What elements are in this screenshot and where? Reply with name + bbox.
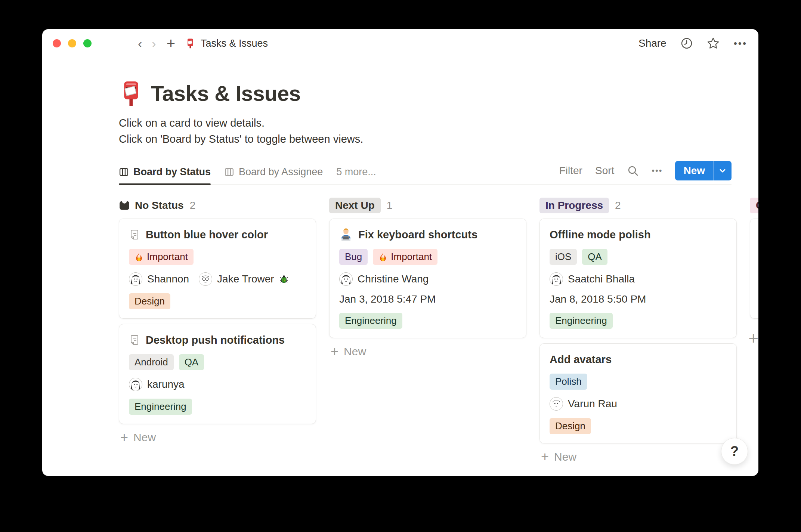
assignee-name: Varun Rau: [568, 398, 617, 410]
card-title: Button blue hover color: [146, 229, 268, 241]
tab-board-by-status[interactable]: Board by Status: [119, 161, 211, 184]
page-description-line1: Click on a card to view details.: [119, 115, 758, 131]
search-icon[interactable]: [627, 165, 639, 177]
plus-icon: +: [120, 431, 128, 444]
column-no-status: No Status 2 Button blue hover color: [119, 197, 316, 444]
column-title[interactable]: No Status: [135, 200, 184, 211]
assignee: Christine Wang: [339, 272, 429, 286]
tag-polish: Polish: [550, 374, 587, 390]
card-date: Jan 8, 2018 5:50 PM: [550, 293, 727, 305]
assignee-name: Jake Trower: [217, 273, 274, 285]
card-add-avatars[interactable]: Add avatars Polish Varun Rau: [539, 343, 737, 443]
avatar: [129, 272, 142, 286]
add-group-button[interactable]: +: [748, 328, 758, 348]
column-clipped: C R P: [750, 197, 758, 319]
new-page-icon[interactable]: +: [167, 36, 175, 51]
tag-label: Bug: [345, 251, 362, 263]
help-button[interactable]: ?: [721, 438, 748, 465]
column-title-badge[interactable]: In Progress: [539, 198, 609, 213]
sort-button[interactable]: Sort: [595, 165, 614, 177]
tag-engineering: Engineering: [339, 313, 402, 329]
tag-label: Important: [147, 251, 188, 263]
share-button[interactable]: Share: [638, 37, 667, 49]
tag-design: Design: [129, 293, 170, 309]
card-title: Desktop push notifications: [146, 334, 285, 346]
document-icon: [129, 229, 140, 240]
new-card-button[interactable]: + New: [329, 345, 526, 358]
card-offline-mode-polish[interactable]: Offline mode polish iOS QA Saatchi Bhall…: [539, 219, 737, 338]
postbox-icon: [185, 38, 195, 49]
tag-label: Important: [391, 251, 432, 263]
avatar: [199, 272, 212, 286]
tag-label: Engineering: [134, 401, 186, 412]
tag-label: Engineering: [555, 315, 607, 327]
sidebar-menu-icon[interactable]: [113, 38, 124, 48]
forward-icon[interactable]: ›: [152, 37, 156, 50]
views-bar: Board by Status Board by Assignee 5 more…: [119, 161, 732, 185]
new-button-label[interactable]: New: [675, 161, 713, 180]
zoom-window-button[interactable]: [83, 39, 92, 47]
tag-important: Important: [129, 249, 194, 265]
tag-android: Android: [129, 354, 174, 370]
assignee: Shannon: [129, 272, 189, 286]
new-button[interactable]: New: [675, 161, 732, 180]
inbox-icon: [119, 200, 130, 211]
column-in-progress: In Progress 2 Offline mode polish iOS QA: [539, 197, 737, 464]
tag-engineering: Engineering: [550, 313, 613, 329]
avatar: [339, 272, 353, 286]
assignee-name: Shannon: [147, 273, 189, 285]
board-icon: [224, 167, 234, 177]
column-title-badge[interactable]: C: [750, 198, 758, 213]
plus-icon: +: [541, 450, 549, 464]
back-icon[interactable]: ‹: [138, 37, 142, 50]
tag-label: QA: [185, 356, 199, 368]
minimize-window-button[interactable]: [68, 39, 76, 47]
column-next-up: Next Up 1 Fix keyboard shortcuts Bug: [329, 197, 526, 358]
plus-icon: +: [331, 345, 338, 358]
view-options-icon[interactable]: •••: [652, 166, 662, 176]
breadcrumb[interactable]: Tasks & Issues: [201, 38, 268, 49]
chevron-down-icon[interactable]: [714, 161, 732, 180]
tag-label: Engineering: [345, 315, 397, 327]
traffic-lights: [53, 39, 92, 47]
kanban-board: No Status 2 Button blue hover color: [119, 185, 758, 464]
avatar: [550, 272, 563, 286]
page-description-line2: Click on 'Board by Status' to toggle bet…: [119, 131, 758, 147]
clock-icon[interactable]: [681, 37, 693, 49]
tag-label: QA: [588, 251, 602, 263]
tab-board-by-assignee[interactable]: Board by Assignee: [224, 161, 323, 184]
card-desktop-push-notifications[interactable]: Desktop push notifications Android QA ka…: [119, 324, 316, 424]
tab-label: Board by Status: [133, 166, 211, 178]
tag-label: Design: [134, 296, 165, 307]
card-button-blue-hover-color[interactable]: Button blue hover color Important: [119, 219, 316, 319]
assignee: karunya: [129, 378, 185, 391]
tab-more-views[interactable]: 5 more...: [336, 161, 376, 184]
close-window-button[interactable]: [53, 39, 61, 47]
new-card-label: New: [344, 345, 366, 358]
filter-button[interactable]: Filter: [559, 165, 582, 177]
tab-label: Board by Assignee: [239, 166, 323, 178]
column-title-badge[interactable]: Next Up: [329, 198, 381, 213]
app-window: ‹ › + Tasks & Issues Share ••• Tasks & I…: [42, 29, 758, 476]
toolbar: ‹ › + Tasks & Issues Share •••: [42, 29, 758, 58]
star-icon[interactable]: [707, 37, 720, 50]
column-count: 2: [615, 200, 621, 211]
board-icon: [119, 167, 129, 177]
flame-icon: [378, 253, 387, 262]
column-count: 2: [190, 200, 196, 211]
assignee-name: Christine Wang: [358, 273, 429, 285]
tag-label: iOS: [555, 251, 571, 263]
new-card-button[interactable]: + New: [539, 450, 737, 464]
tag-label: Design: [555, 420, 585, 432]
more-options-icon[interactable]: •••: [734, 38, 747, 49]
card-title: Add avatars: [550, 353, 612, 366]
tag-important: Important: [373, 249, 437, 265]
document-icon: [129, 334, 140, 346]
tag-design: Design: [550, 418, 591, 434]
postbox-icon-large: [119, 81, 143, 106]
assignee: Varun Rau: [550, 397, 617, 411]
assignee-name: karunya: [147, 378, 185, 390]
card-clipped[interactable]: R P E: [750, 219, 758, 319]
card-fix-keyboard-shortcuts[interactable]: Fix keyboard shortcuts Bug Important: [329, 219, 526, 338]
new-card-button[interactable]: + New: [119, 431, 316, 444]
